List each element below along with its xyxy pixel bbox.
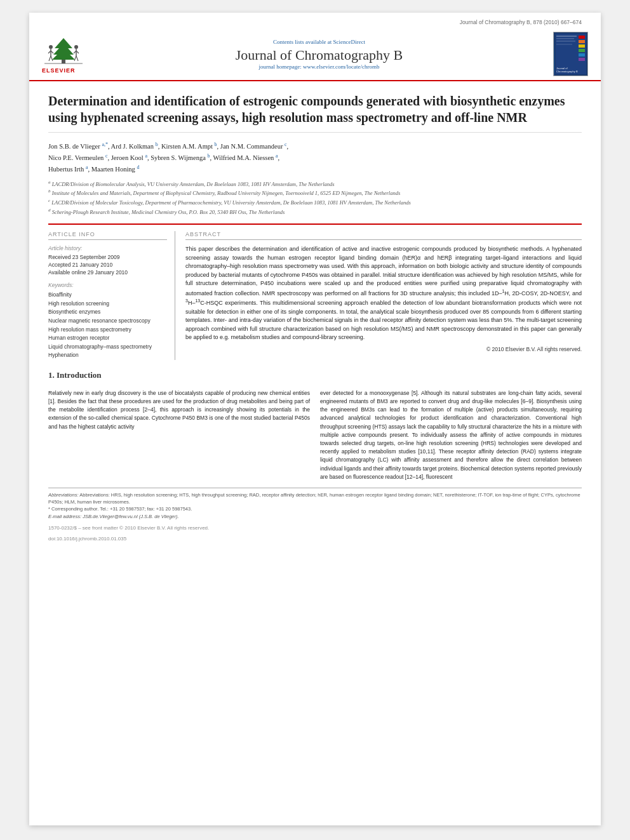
intro-heading: 1. Introduction (48, 370, 582, 380)
svg-point-12 (74, 45, 78, 49)
affiliation-a: a LACDR/Division of Biomolecular Analysi… (48, 179, 582, 189)
svg-rect-21 (579, 40, 585, 43)
main-content: Determination and identification of estr… (29, 81, 601, 553)
abbreviations-footnote: Abbreviations: Abbreviations: HRS, high … (48, 491, 582, 506)
received-date: Received 23 September 2009 (48, 254, 167, 260)
svg-rect-25 (579, 58, 585, 61)
keyword-4: Nuclear magnetic resonance spectroscopy (48, 317, 167, 326)
article-info-heading: ARTICLE INFO (48, 231, 167, 240)
svg-rect-22 (579, 44, 585, 48)
journal-header: ELSEVIER Contents lists available at Sci… (29, 27, 601, 81)
accepted-date: Accepted 21 January 2010 (48, 262, 167, 268)
available-date: Available online 29 January 2010 (48, 269, 167, 276)
info-abstract-section: ARTICLE INFO Article history: Received 2… (48, 223, 582, 360)
copyright-notice: © 2010 Elsevier B.V. All rights reserved… (185, 346, 582, 352)
journal-name: Journal of Chromatography B (85, 47, 553, 63)
svg-rect-29 (556, 44, 572, 45)
keyword-7: Liquid chromatography–mass spectrometry (48, 343, 167, 352)
svg-point-6 (49, 45, 53, 49)
contents-available-line: Contents lists available at ScienceDirec… (85, 39, 553, 45)
footnote-area: Abbreviations: Abbreviations: HRS, high … (48, 488, 582, 520)
svg-rect-20 (579, 36, 585, 39)
sciencedirect-link[interactable]: ScienceDirect (333, 39, 365, 45)
homepage-url[interactable]: www.elsevier.com/locate/chromb (303, 63, 379, 70)
introduction-section: 1. Introduction Relatively new in early … (48, 370, 582, 481)
corresponding-author-footnote: * Corresponding author. Tel.: +31 20 598… (48, 505, 582, 512)
intro-right-col: ever detected for a monooxygenase [5]. A… (320, 389, 582, 481)
email-footnote: E-mail address: JSB.de.Vlieger@few.vu.nl… (48, 513, 582, 520)
journal-title-block: Contents lists available at ScienceDirec… (85, 39, 553, 70)
doi-line: doi:10.1016/j.jchromb.2010.01.035 (48, 536, 582, 542)
abstract-column: ABSTRACT This paper describes the determ… (185, 231, 582, 360)
article-info-column: ARTICLE INFO Article history: Received 2… (48, 231, 175, 360)
keyword-8: Hyphenation (48, 351, 167, 360)
svg-rect-28 (556, 41, 575, 42)
intro-right-text: ever detected for a monooxygenase [5]. A… (320, 389, 582, 481)
journal-homepage: journal homepage: www.elsevier.com/locat… (85, 63, 553, 70)
intro-body-columns: Relatively new in early drug discovery i… (48, 389, 582, 481)
abstract-heading: ABSTRACT (185, 231, 582, 240)
elsevier-tree-icon (42, 34, 85, 67)
keywords-label: Keywords: (48, 282, 167, 288)
affiliation-b: b Institute of Molecules and Materials, … (48, 188, 582, 197)
abstract-body: This paper describes the determination a… (185, 245, 582, 342)
svg-rect-26 (556, 36, 577, 37)
intro-left-col: Relatively new in early drug discovery i… (48, 389, 310, 481)
keyword-6: Human estrogen receptor (48, 334, 167, 343)
journal-cover-thumbnail: Journal of Chromatography B (553, 32, 588, 76)
keyword-3: Biosynthetic enzymes (48, 308, 167, 317)
page-footer-block: 1570-0232/$ – see front matter © 2010 El… (48, 525, 582, 542)
keyword-2: High resolution screening (48, 300, 167, 309)
svg-rect-27 (556, 38, 574, 39)
affiliation-c: c LACDR/Division of Molecular Toxicology… (48, 197, 582, 207)
svg-text:Chromatography B: Chromatography B (556, 70, 578, 73)
svg-rect-24 (579, 53, 585, 57)
affiliation-d: d Schering-Plough Research Institute, Me… (48, 207, 582, 217)
article-page: Journal of Chromatography B, 878 (2010) … (29, 13, 601, 825)
history-label: Article history: (48, 245, 167, 251)
affiliations-block: a LACDR/Division of Biomolecular Analysi… (48, 179, 582, 216)
article-title: Determination and identification of estr… (48, 93, 582, 133)
journal-citation: Journal of Chromatography B, 878 (2010) … (460, 19, 582, 25)
elsevier-brand-label: ELSEVIER (42, 67, 76, 74)
svg-rect-23 (579, 49, 585, 52)
keyword-1: Bioaffinity (48, 291, 167, 300)
header-citation-row: Journal of Chromatography B, 878 (2010) … (29, 13, 601, 27)
keyword-5: High resolution mass spectrometry (48, 326, 167, 335)
intro-left-text: Relatively new in early drug discovery i… (48, 389, 310, 431)
authors-line: Jon S.B. de Vlieger a,*, Ard J. Kolkman … (48, 140, 582, 175)
issn-line: 1570-0232/$ – see front matter © 2010 El… (48, 525, 582, 531)
elsevier-logo-block: ELSEVIER (42, 34, 85, 74)
